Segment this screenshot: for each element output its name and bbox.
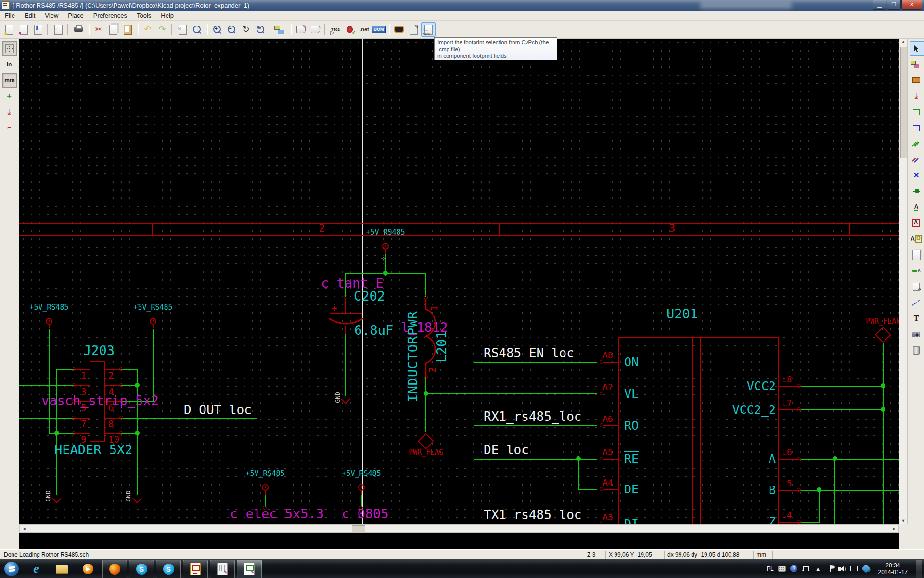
minimize-button[interactable]: ▁ [873, 0, 886, 10]
connector-value[interactable]: HEADER_5X2 [54, 443, 133, 457]
ic-body[interactable] [618, 337, 779, 524]
taskbar-ie[interactable]: e [24, 560, 48, 578]
taskbar-wmp[interactable]: ▶ [76, 560, 100, 578]
menu-help[interactable]: Help [156, 11, 179, 20]
no-connect-icon[interactable]: ✕ [910, 169, 923, 182]
taskbar-explorer[interactable] [50, 560, 74, 578]
paste-button[interactable] [121, 23, 134, 36]
show-hidden-icons[interactable]: ▲ [814, 565, 822, 572]
power-symbol[interactable]: + [382, 243, 389, 250]
add-power-port-icon[interactable]: ⤓ [910, 89, 923, 103]
power-symbol[interactable]: + [46, 318, 52, 325]
power-label[interactable]: +5V_RS485 [245, 470, 284, 478]
power-label[interactable]: +5V_RS485 [29, 304, 68, 312]
add-global-label-icon[interactable]: A [910, 216, 923, 230]
power-symbol[interactable]: + [262, 484, 269, 491]
vertical-scrollbar[interactable]: ▲ ▼ [899, 39, 908, 524]
annotate-button[interactable]: 7402▷ [329, 23, 342, 36]
menu-edit[interactable]: Edit [20, 11, 40, 20]
pwr-flag-symbol[interactable] [875, 327, 891, 343]
gnd-symbol[interactable] [341, 394, 350, 404]
add-bitmap-icon[interactable] [910, 328, 923, 341]
hv-wires-button[interactable]: ⌐ [2, 120, 16, 134]
page-settings-button[interactable]: ↔ [51, 23, 65, 36]
volume-icon[interactable]: ) [838, 565, 846, 572]
menu-tools[interactable]: Tools [132, 11, 156, 20]
connector-ref[interactable]: J203 [83, 344, 115, 357]
add-bus-icon[interactable] [910, 121, 923, 134]
undo-button[interactable]: ↶ [141, 23, 154, 36]
backannotate-button[interactable]: ⇐BACK [421, 22, 436, 37]
show-desktop-button[interactable] [916, 560, 922, 578]
taskbar-eeschema[interactable]: ✎ [237, 560, 262, 578]
pwr-flag-symbol[interactable] [418, 433, 434, 449]
clock[interactable]: 20:34 2014-01-17 [878, 562, 908, 576]
network-icon[interactable] [850, 565, 858, 572]
add-junction-icon[interactable] [910, 184, 923, 198]
dropbox-icon[interactable]: ✓ [862, 565, 870, 572]
grid-toggle-icon[interactable] [2, 41, 17, 56]
delete-icon[interactable] [910, 343, 923, 357]
units-mm-button[interactable]: mm [2, 73, 17, 88]
menu-preferences[interactable]: Preferences [89, 11, 132, 20]
window-restore-tray-icon[interactable]: ▾ [802, 565, 810, 572]
copy-button[interactable] [106, 23, 120, 36]
taskbar-kicad[interactable] [183, 560, 208, 578]
wire-to-bus-entry-icon[interactable] [910, 137, 923, 150]
taskbar-skype-2[interactable]: S [156, 560, 181, 578]
action-center-flag-icon[interactable] [826, 565, 834, 572]
hidden-pins-button[interactable]: ⤓ [2, 105, 16, 118]
add-label-icon[interactable]: A [910, 200, 923, 214]
add-sheet-icon[interactable] [910, 248, 923, 262]
menu-file[interactable]: File [0, 11, 20, 20]
cursor-shape-button[interactable]: + [2, 90, 16, 103]
cut-button[interactable]: ✂ [92, 23, 105, 36]
taskbar-firefox[interactable] [102, 560, 127, 578]
close-button[interactable]: ✕ [901, 0, 922, 10]
power-label[interactable]: +5V_RS485 [342, 470, 381, 478]
open-schematic-button[interactable]: ● [17, 23, 30, 36]
keyboard-icon[interactable] [778, 565, 786, 572]
redraw-button[interactable]: ↻ [239, 23, 253, 36]
find-button[interactable]: ⌾ [176, 23, 189, 36]
cap-footprint[interactable]: c_0805 [342, 507, 389, 521]
hierarchy-navigator-button[interactable] [274, 23, 287, 36]
netlist-button[interactable]: .net [358, 23, 371, 36]
zoom-out-button[interactable]: − [225, 23, 238, 36]
cursor-tool-icon[interactable] [910, 41, 924, 56]
erc-button[interactable]: ✓ [343, 23, 357, 36]
net-label-rs485-en[interactable]: RS485_EN_loc [484, 347, 574, 360]
add-hierarchical-label-icon[interactable]: AD [910, 232, 923, 246]
new-schematic-button[interactable]: ★ [2, 23, 16, 36]
add-component-icon[interactable] [910, 73, 923, 87]
add-text-icon[interactable]: T [910, 312, 923, 325]
cap-ref[interactable]: C202 [354, 289, 385, 303]
net-label-rx1[interactable]: RX1_rs485_loc [484, 410, 582, 423]
gnd-symbol[interactable] [52, 494, 62, 503]
ic-ref[interactable]: U201 [667, 307, 698, 321]
taskbar-pcbnew[interactable]: ✎ [210, 560, 235, 578]
language-indicator[interactable]: PL [767, 565, 774, 572]
library-editor-button[interactable]: ✎ [294, 23, 308, 36]
zoom-in-button[interactable]: + [210, 23, 224, 36]
net-label-dout[interactable]: D_OUT_loc [184, 404, 252, 417]
hierarchy-sheet-icon[interactable] [910, 57, 923, 71]
import-sheet-pin-icon[interactable]: ➥A [910, 264, 923, 277]
help-icon[interactable]: ? [790, 565, 798, 572]
horizontal-scrollbar-thumb[interactable] [352, 525, 365, 532]
library-browser-button[interactable]: ◌ [308, 23, 322, 36]
redo-button[interactable]: ↷ [155, 23, 169, 36]
find-replace-button[interactable] [190, 23, 204, 36]
power-symbol[interactable]: + [150, 318, 156, 325]
power-symbol[interactable]: + [358, 484, 365, 491]
taskbar-skype-1[interactable]: S [129, 560, 154, 578]
power-label[interactable]: +5V_RS485 [366, 229, 405, 236]
horizontal-scrollbar[interactable]: ◄ ► [19, 524, 899, 533]
power-label[interactable]: +5V_RS485 [133, 304, 172, 312]
add-sheet-pin-icon[interactable]: A [910, 280, 923, 293]
schematic-canvas[interactable]: 2 3 +5V_RS485 + +5V_RS485 + +5V_RS485 + … [19, 39, 899, 524]
gnd-symbol[interactable] [132, 494, 142, 503]
start-button[interactable] [1, 560, 22, 578]
add-wire-icon[interactable] [910, 105, 923, 118]
cvpcb-button[interactable] [392, 23, 406, 36]
